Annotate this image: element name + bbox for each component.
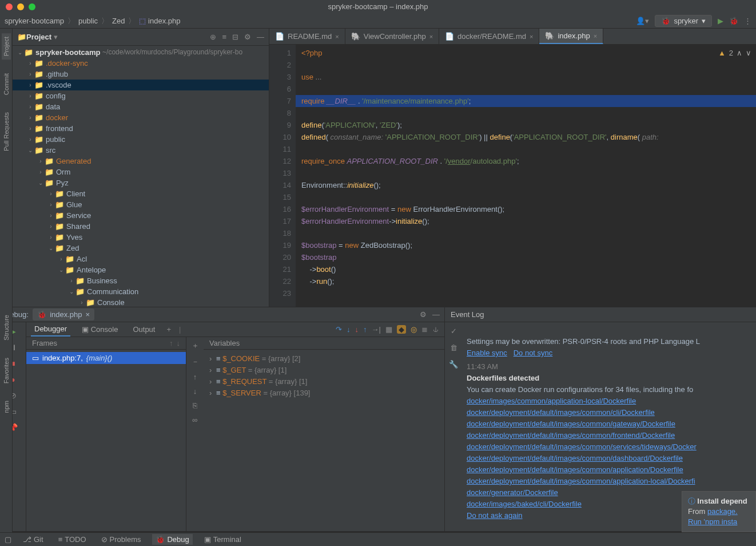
hide-icon[interactable]: — xyxy=(257,33,264,41)
tree-item[interactable]: ›📁public xyxy=(13,134,269,145)
expand-all-icon[interactable]: ≡ xyxy=(222,33,226,41)
run-config-selector[interactable]: 🐞 spryker ▾ xyxy=(655,15,712,27)
notification-balloon[interactable]: ⓘ Install depend From package. Run 'npm … xyxy=(682,491,756,532)
tree-item[interactable]: ›📁Service xyxy=(13,210,269,221)
do-not-ask-link[interactable]: Do not ask again xyxy=(467,511,523,520)
settings-icon[interactable]: ⚙ xyxy=(244,33,251,41)
step-over-icon[interactable]: ↷ xyxy=(336,325,342,334)
add-tab-icon[interactable]: + xyxy=(166,325,171,334)
up-icon[interactable]: ↑ xyxy=(193,373,197,381)
tree-item[interactable]: ›📁Generated xyxy=(13,156,269,167)
minimize-window[interactable] xyxy=(17,3,24,10)
dockerfile-link[interactable]: docker/deployment/default/images/common/… xyxy=(467,477,695,485)
tree-item[interactable]: ›📁Console xyxy=(13,297,269,307)
close-icon[interactable]: × xyxy=(594,33,597,39)
tree-item[interactable]: ›📁Shared xyxy=(13,221,269,232)
force-step-into-icon[interactable]: ↓ xyxy=(355,325,359,334)
run-npm-install-link[interactable]: Run 'npm insta xyxy=(688,517,737,526)
terminal-status-item[interactable]: ▣ Terminal xyxy=(201,534,245,545)
up-icon[interactable]: ↑ xyxy=(169,337,173,350)
chevron-down-icon[interactable]: ▾ xyxy=(54,33,58,41)
trace-icon[interactable]: ◆ xyxy=(397,325,406,334)
tree-item[interactable]: ⌄📁Zed xyxy=(13,243,269,254)
hide-icon[interactable]: — xyxy=(432,310,440,319)
variable-row[interactable]: › ≡ $_REQUEST = {array} [1] xyxy=(209,376,439,387)
copy-icon[interactable]: ⎘ xyxy=(193,401,197,410)
tree-item[interactable]: ⌄📁Pyz xyxy=(13,177,269,188)
breadcrumb-item[interactable]: public xyxy=(78,17,98,25)
git-status-item[interactable]: ⎇ Git xyxy=(19,534,47,545)
close-window[interactable] xyxy=(6,3,13,10)
code-editor[interactable]: ▲2 ∧∨ <?php use ... require __DIR__ . '/… xyxy=(296,45,756,307)
tree-item[interactable]: ⌄📁Communication xyxy=(13,286,269,297)
dockerfile-link[interactable]: docker/deployment/default/images/common/… xyxy=(467,408,655,417)
structure-tool-tab[interactable]: Structure xyxy=(2,311,11,344)
remove-watch-icon[interactable]: － xyxy=(192,357,199,367)
dockerfile-link[interactable]: docker/generator/Dockerfile xyxy=(467,488,558,497)
watch-icon[interactable]: ◎ xyxy=(411,325,417,334)
tree-item[interactable]: ›📁frontend xyxy=(13,123,269,134)
run-button[interactable]: ▶ xyxy=(718,17,723,25)
filter-icon[interactable]: ⫝ xyxy=(432,325,440,334)
dockerfile-link[interactable]: docker/deployment/default/images/common/… xyxy=(467,454,683,462)
inspection-widget[interactable]: ▲2 ∧∨ xyxy=(718,47,751,59)
add-watch-icon[interactable]: ＋ xyxy=(192,341,199,351)
dockerfile-link[interactable]: docker/images/baked/cli/Dockerfile xyxy=(467,500,582,508)
dockerfile-link[interactable]: docker/deployment/default/images/common/… xyxy=(467,420,675,428)
trash-icon[interactable]: 🗑 xyxy=(450,343,457,352)
tree-item[interactable]: ⌄📁src xyxy=(13,145,269,156)
npm-tool-tab[interactable]: npm xyxy=(2,397,11,416)
tree-item[interactable]: ›📁.github xyxy=(13,69,269,80)
tree-item[interactable]: ›📁Client xyxy=(13,188,269,199)
settings-icon[interactable]: ⚙ xyxy=(420,310,427,319)
debug-button[interactable]: 🐞 xyxy=(729,17,738,25)
tree-item[interactable]: ⌄📁Antelope xyxy=(13,264,269,275)
commit-tool-tab[interactable]: Commit xyxy=(2,70,11,98)
editor-tab[interactable]: 🐘index.php× xyxy=(539,29,603,44)
check-icon[interactable]: ✓ xyxy=(451,327,457,335)
close-icon[interactable]: × xyxy=(335,33,339,40)
collapse-all-icon[interactable]: ⊟ xyxy=(232,33,238,41)
tree-item[interactable]: ›📁config xyxy=(13,90,269,101)
console-subtab[interactable]: ▣ Console xyxy=(78,323,121,336)
stack-frame[interactable]: ▭ index.php:7, {main}() xyxy=(26,352,186,364)
project-tree[interactable]: ⌄📁 spryker-bootcamp ~/code/work/murdochs… xyxy=(13,46,269,307)
breadcrumb-item[interactable]: Zed xyxy=(112,17,125,25)
editor-tab[interactable]: 🐘ViewController.php× xyxy=(345,29,439,44)
do-not-sync-link[interactable]: Do not sync xyxy=(514,349,553,357)
debugger-subtab[interactable]: Debugger xyxy=(31,322,70,337)
tree-item[interactable]: ›📁docker xyxy=(13,112,269,123)
step-into-icon[interactable]: ↓ xyxy=(347,325,351,334)
output-subtab[interactable]: Output xyxy=(129,323,158,336)
down-icon[interactable]: ↓ xyxy=(177,337,181,350)
close-icon[interactable]: × xyxy=(86,310,90,319)
tree-item[interactable]: ›📁data xyxy=(13,101,269,112)
tree-item[interactable]: ›📁Business xyxy=(13,275,269,286)
close-icon[interactable]: × xyxy=(530,33,533,40)
close-icon[interactable]: × xyxy=(429,33,433,40)
panel-title[interactable]: Project xyxy=(26,33,51,41)
select-opened-icon[interactable]: ⊕ xyxy=(210,33,216,41)
list-icon[interactable]: ≣ xyxy=(421,325,428,334)
step-out-icon[interactable]: ↑ xyxy=(363,325,367,334)
enable-sync-link[interactable]: Enable sync xyxy=(467,349,507,357)
breadcrumb-item[interactable]: spryker-bootcamp xyxy=(5,17,64,25)
dockerfile-link[interactable]: docker/deployment/default/images/common/… xyxy=(467,442,697,451)
editor-tab[interactable]: 📄README.md× xyxy=(269,29,345,44)
pull-requests-tool-tab[interactable]: Pull Requests xyxy=(2,109,11,155)
down-icon[interactable]: ↓ xyxy=(193,387,197,395)
editor-tab[interactable]: 📄docker/README.md× xyxy=(439,29,539,44)
maximize-window[interactable] xyxy=(29,3,35,10)
more-actions[interactable]: ⋮ xyxy=(744,17,751,25)
tree-item[interactable]: ›📁.vscode xyxy=(13,80,269,90)
run-to-cursor-icon[interactable]: →| xyxy=(372,325,381,334)
project-tool-tab[interactable]: Project xyxy=(2,33,11,60)
breadcrumb-file[interactable]: ⬚ index.php xyxy=(139,17,180,25)
tree-item[interactable]: ›📁Acl xyxy=(13,254,269,264)
favorites-tool-tab[interactable]: Favorites xyxy=(2,354,11,387)
dockerfile-link[interactable]: docker/images/common/application-local/D… xyxy=(467,397,636,405)
eval-icon[interactable]: ▦ xyxy=(385,325,392,334)
dockerfile-link[interactable]: docker/deployment/default/images/common/… xyxy=(467,465,683,474)
variables-tree[interactable]: › ≡ $_COOKIE = {array} [2]› ≡ $_GET = {a… xyxy=(204,350,444,531)
tree-root[interactable]: ⌄📁 spryker-bootcamp ~/code/work/murdochs… xyxy=(13,47,269,58)
